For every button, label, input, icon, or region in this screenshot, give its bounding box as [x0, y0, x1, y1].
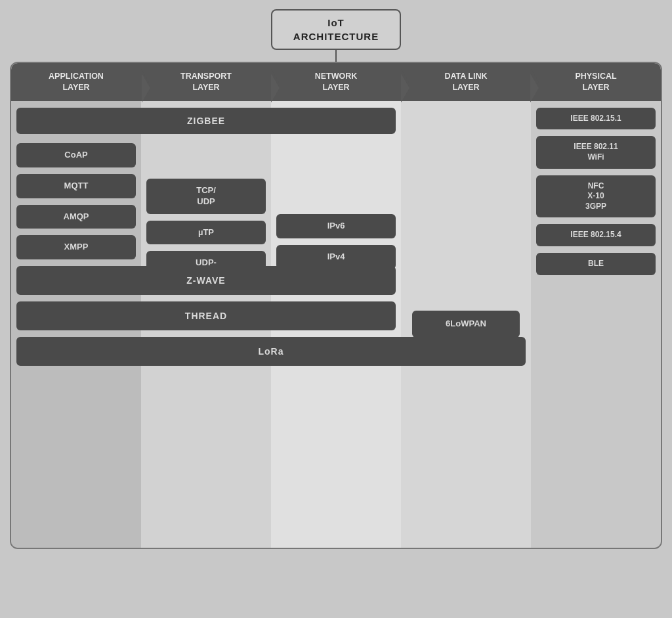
empty-trans-1	[146, 143, 266, 172]
title-box: IoT ARCHITECTURE	[271, 9, 401, 50]
chevron-2	[271, 74, 280, 102]
thread-overlay: THREAD	[16, 301, 396, 330]
chevron-4	[530, 74, 539, 102]
header-transport: TRANSPORTLAYER	[141, 63, 271, 101]
ble-box: BLE	[536, 253, 656, 275]
nfc-x10-3gpp-box: NFCX-103GPP	[536, 175, 656, 218]
header-app: APPLICATIONLAYER	[11, 63, 141, 101]
chevron-1	[142, 74, 150, 102]
mqtt-box: MQTT	[16, 174, 136, 198]
tcp-udp-box: TCP/UDP	[146, 179, 266, 214]
title-arch: ARCHITECTURE	[293, 31, 379, 42]
lora-overlay: LoRa	[16, 337, 526, 366]
header-datalink: DATA LINKLAYER	[401, 63, 531, 101]
connector-line	[335, 50, 337, 62]
header-physical: PHYSICALLAYER	[531, 63, 661, 101]
ieee-80215-1-box: IEEE 802.15.1	[536, 108, 656, 130]
lora-spacer-trans	[146, 364, 266, 393]
page: IoT ARCHITECTURE APPLICATIONLAYER TRANSP…	[0, 0, 672, 618]
utp-box: µTP	[146, 221, 266, 245]
title-iot: IoT	[327, 17, 345, 28]
coap-box: CoAP	[16, 143, 136, 167]
layer-headers-row: APPLICATIONLAYER TRANSPORTLAYER NETWORKL…	[11, 63, 661, 101]
zigbee-overlay: ZIGBEE	[16, 108, 396, 134]
content-area: CoAP MQTT AMQP XMPP TCP/UDP µTP UDP-LITE	[11, 101, 661, 548]
xmpp-box: XMPP	[16, 235, 136, 259]
amqp-box: AMQP	[16, 205, 136, 229]
ipv6-box: IPv6	[276, 214, 396, 238]
chevron-3	[401, 74, 410, 102]
zwave-overlay: Z-WAVE	[16, 266, 396, 295]
col-physical: IEEE 802.15.1 IEEE 802.11WiFi NFCX-103GP…	[531, 101, 661, 548]
empty-net-tcp	[276, 179, 396, 208]
6lowpan-box: 6LoWPAN	[412, 311, 520, 338]
header-network: NETWORKLAYER	[271, 63, 401, 101]
arch-box: APPLICATIONLAYER TRANSPORTLAYER NETWORKL…	[10, 62, 662, 549]
ieee-80211-wifi-box: IEEE 802.11WiFi	[536, 136, 656, 168]
ieee-80215-4-box: IEEE 802.15.4	[536, 224, 656, 246]
empty-net-1	[276, 143, 396, 172]
col-datalink: 6LoWPAN	[401, 101, 531, 548]
ipv4-box: IPv4	[276, 245, 396, 269]
